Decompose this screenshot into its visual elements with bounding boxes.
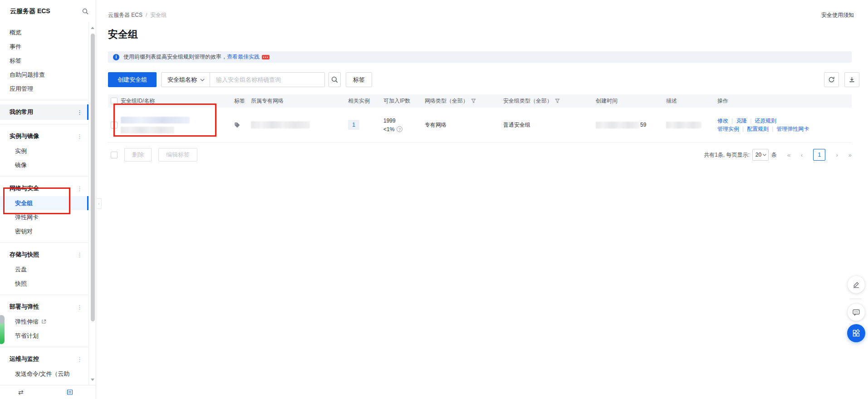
prev-page-icon[interactable]: ‹	[801, 152, 803, 158]
delete-button[interactable]: 删除	[124, 148, 152, 162]
security-group-table: 安全组ID/名称 标签 所属专有网络 相关实例 可加入IP数 网络类型（全部） …	[108, 94, 852, 143]
sidebar-item-troubleshoot[interactable]: 自助问题排查	[0, 68, 88, 82]
tag-filter-button[interactable]: 标签	[346, 72, 372, 87]
divider	[0, 100, 88, 100]
redacted-description	[666, 122, 701, 128]
search-combo: 安全组名称	[161, 72, 325, 87]
apps-grid-icon	[852, 329, 860, 337]
cell-description	[666, 122, 717, 128]
sidebar-collapse-handle[interactable]: ‹	[97, 198, 102, 209]
tag-icon[interactable]	[234, 122, 240, 128]
sidebar-footer: ⇄	[0, 385, 96, 399]
more-icon[interactable]: ⋮	[77, 109, 83, 116]
search-icon[interactable]	[82, 8, 88, 15]
sidebar-section-ops-monitoring[interactable]: 运维与监控 ⋮	[0, 351, 88, 367]
chat-support-button[interactable]	[848, 304, 865, 321]
redacted-vpc-id[interactable]	[251, 121, 310, 128]
column-header-ip-count: 可加入IP数	[383, 97, 425, 105]
sidebar-item-app-management[interactable]: 应用管理	[0, 82, 88, 96]
scroll-up-icon[interactable]	[91, 27, 94, 29]
filter-funnel-icon[interactable]	[471, 99, 476, 103]
action-manage-instances[interactable]: 管理实例	[717, 126, 739, 132]
select-all-checkbox[interactable]	[111, 98, 118, 104]
sidebar-item-events[interactable]: 事件	[0, 39, 88, 54]
info-banner: i 使用前缀列表提高安全组规则管理的效率， 查看最佳实践	[108, 51, 852, 63]
filter-funnel-icon[interactable]	[555, 99, 560, 103]
banner-text: 使用前缀列表提高安全组规则管理的效率，	[123, 53, 227, 61]
best-practice-link[interactable]: 查看最佳实践	[227, 53, 260, 61]
row-checkbox[interactable]	[111, 122, 118, 128]
breadcrumb-root[interactable]: 云服务器 ECS	[108, 12, 142, 18]
related-instances-count[interactable]: 1	[348, 120, 359, 130]
scrollbar-thumb[interactable]	[91, 34, 95, 321]
scroll-down-icon[interactable]	[91, 379, 94, 381]
sidebar-item-savings-plans[interactable]: 节省计划	[0, 329, 88, 343]
swap-icon[interactable]: ⇄	[18, 389, 24, 395]
search-button[interactable]	[329, 72, 341, 87]
cell-joinable-ip: 1999 <1% ?	[383, 118, 402, 133]
download-button[interactable]	[844, 72, 859, 87]
action-manage-enis[interactable]: 管理弹性网卡	[776, 126, 809, 132]
refresh-button[interactable]	[824, 72, 839, 87]
column-header-tags: 标签	[234, 97, 251, 105]
sidebar-scrollbar[interactable]	[88, 23, 96, 385]
last-page-icon[interactable]: »	[848, 152, 852, 158]
sidebar-item-overview[interactable]: 概览	[0, 25, 88, 39]
sidebar-item-tags[interactable]: 标签	[0, 54, 88, 68]
footer-select-all-checkbox[interactable]	[111, 152, 118, 158]
create-security-group-button[interactable]: 创建安全组	[108, 72, 157, 87]
divider	[0, 242, 88, 243]
more-icon[interactable]: ⋮	[77, 133, 83, 140]
sidebar-header: 云服务器 ECS	[0, 0, 96, 23]
cell-related-instances: 1	[348, 120, 383, 130]
first-page-icon[interactable]: «	[787, 152, 790, 158]
action-modify[interactable]: 修改	[717, 118, 728, 124]
sidebar-item-instances[interactable]: 实例	[0, 144, 88, 158]
current-page-number[interactable]: 1	[813, 149, 825, 161]
cell-vpc[interactable]	[251, 121, 348, 128]
sidebar-item-images[interactable]: 镜像	[0, 158, 88, 172]
more-icon[interactable]: ⋮	[77, 185, 83, 192]
chat-icon	[852, 308, 860, 316]
breadcrumb-separator: /	[146, 12, 147, 18]
sidebar-section-instances-images[interactable]: 实例与镜像 ⋮	[0, 128, 88, 144]
feedback-button[interactable]	[848, 276, 865, 293]
sidebar-item-send-command-wrap[interactable]: 手）	[0, 381, 88, 385]
sidebar-section-favorites[interactable]: 我的常用 ⋮	[0, 104, 88, 120]
sidebar-section-storage-snapshots[interactable]: 存储与快照 ⋮	[0, 247, 88, 262]
joinable-ip-percent: <1%	[383, 126, 394, 133]
widgets-button[interactable]	[847, 324, 865, 342]
help-icon[interactable]: ?	[397, 126, 402, 132]
sidebar-item-snapshots[interactable]: 快照	[0, 276, 88, 291]
sidebar-item-auto-scaling[interactable]: 弹性伸缩	[0, 315, 88, 329]
sidebar-item-key-pairs[interactable]: 密钥对	[0, 224, 88, 238]
search-input[interactable]	[210, 73, 324, 87]
sidebar-item-disks[interactable]: 云盘	[0, 262, 88, 276]
edit-tags-button[interactable]: 编辑标签	[158, 148, 197, 162]
redacted-sg-name	[121, 127, 174, 133]
sidebar-section-network-security[interactable]: 网络与安全 ⋮	[0, 181, 88, 196]
column-header-create-time: 创建时间	[596, 97, 666, 105]
action-restore-rules[interactable]: 还原规则	[755, 118, 776, 124]
page-size-select[interactable]: 20	[752, 149, 769, 161]
column-header-id-name: 安全组ID/名称	[121, 97, 234, 105]
sidebar-section-deploy-elasticity[interactable]: 部署与弹性 ⋮	[0, 299, 88, 315]
page-title: 安全组	[108, 29, 868, 40]
more-icon[interactable]: ⋮	[77, 304, 83, 310]
more-icon[interactable]: ⋮	[77, 251, 83, 258]
action-clone[interactable]: 克隆	[736, 118, 747, 124]
more-icon[interactable]: ⋮	[77, 356, 83, 363]
safety-notice-link[interactable]: 安全使用须知	[821, 11, 854, 19]
sidebar-item-enis[interactable]: 弹性网卡	[0, 210, 88, 224]
doc-list-icon[interactable]	[67, 389, 73, 395]
pencil-icon	[852, 281, 860, 289]
breadcrumb-current: 安全组	[150, 12, 167, 18]
redacted-sg-id[interactable]	[121, 117, 190, 123]
search-field-dropdown[interactable]: 安全组名称	[162, 73, 210, 87]
download-icon	[848, 76, 855, 83]
next-page-icon[interactable]: ›	[836, 152, 838, 158]
action-configure-rules[interactable]: 配置规则	[747, 126, 769, 132]
cell-sg-id-name[interactable]	[121, 117, 234, 133]
sidebar-item-security-groups[interactable]: 安全组	[0, 196, 88, 210]
sidebar-item-send-command[interactable]: 发送命令/文件（云助	[0, 367, 88, 381]
